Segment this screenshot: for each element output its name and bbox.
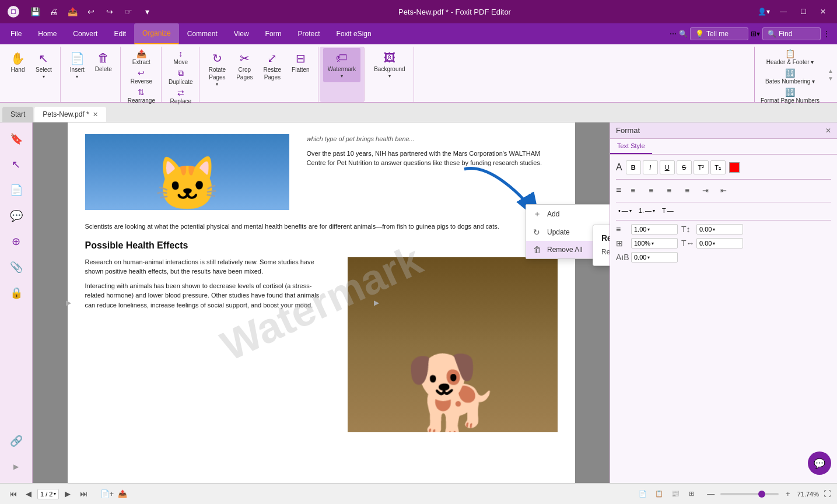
close-tab-icon[interactable]: ✕ [93,111,98,118]
prev-page-button[interactable]: ◀ [22,487,36,501]
indent-left-button[interactable]: ⇤ [715,183,731,197]
more-options-icon[interactable]: ⋮ [823,30,830,38]
tab-start[interactable]: Start [2,107,33,122]
maximize-button[interactable]: ☐ [794,4,813,20]
export-icon[interactable]: 📤 [64,4,80,20]
next-page-button[interactable]: ▶ [61,487,75,501]
background-button[interactable]: 🖼 Background ▾ [369,48,409,82]
sidebar-comment-icon[interactable]: 💬 [5,204,28,228]
scale-select[interactable]: 100% ▾ [631,238,678,249]
menu-home[interactable]: Home [30,23,65,44]
menu-edit[interactable]: Edit [106,23,134,44]
replace-button[interactable]: ⇄ Replace [166,87,195,106]
menu-comment[interactable]: Comment [179,23,226,44]
zoom-out-button[interactable]: — [704,487,718,501]
zoom-slider-track[interactable] [720,493,779,495]
sidebar-attach-icon[interactable]: 📎 [5,256,28,279]
ribbon-scroll[interactable]: ▲ ▼ [827,47,835,102]
tab-text-style[interactable]: Text Style [610,139,652,154]
sidebar-bookmark-icon[interactable]: 🔖 [5,127,28,150]
save-icon[interactable]: 💾 [27,4,43,20]
page-selector[interactable]: 1 / 2 ▾ [37,489,59,499]
search-icon[interactable]: 🔍 [679,30,688,38]
format-page-numbers-button[interactable]: 🔢 Format Page Numbers [758,86,822,105]
first-page-button[interactable]: ⏮ [6,487,20,501]
strikethrough-button[interactable]: S [677,160,692,174]
ai-chat-button[interactable]: 💬 [808,452,831,475]
two-page-view[interactable]: 📰 [668,487,683,501]
underline-button[interactable]: U [660,160,675,174]
move-button[interactable]: ↕ Move [166,48,195,66]
ribbon-scroll-down-icon[interactable]: ▼ [828,75,834,82]
dropdown-add[interactable]: ＋ Add [526,205,610,223]
baseline-select[interactable]: 0.00 ▾ [631,252,678,262]
numbered-list-button[interactable]: 1. — ▾ [636,206,657,215]
view-options-icon[interactable]: ⊞▾ [751,30,760,38]
italic-button[interactable]: I [643,160,658,174]
crop-pages-button[interactable]: ✂ Crop Pages [232,48,257,84]
resize-pages-button[interactable]: ⤢ Resize Pages [259,48,286,84]
align-right-button[interactable]: ≡ [661,183,677,197]
bates-numbering-button[interactable]: 🔢 Bates Numbering ▾ [758,67,822,86]
sidebar-lock-icon[interactable]: 🔒 [5,281,28,304]
redo-icon[interactable]: ↪ [101,4,118,20]
rearrange-button[interactable]: ⇅ Rearrange [125,86,157,105]
bold-button[interactable]: B [626,160,641,174]
print-icon[interactable]: 🖨 [45,4,62,20]
extract-button[interactable]: 📤 Extract [125,48,157,66]
menu-convert[interactable]: Convert [65,23,106,44]
undo-icon[interactable]: ↩ [83,4,99,20]
touch-icon[interactable]: ☞ [120,4,136,20]
menu-file[interactable]: File [2,23,30,44]
indent-right-button[interactable]: ⇥ [697,183,713,197]
header-footer-button[interactable]: 📋 Header & Footer ▾ [758,48,822,66]
thumbnail-view[interactable]: ⊞ [684,487,699,501]
scroll-left-arrow[interactable]: ▶ [66,299,71,307]
char-space-select[interactable]: 0.00 ▾ [696,238,743,249]
zoom-in-button[interactable]: + [781,487,795,501]
sidebar-link-icon[interactable]: 🔗 [5,429,28,453]
offset-select[interactable]: 0.00 ▾ [696,224,743,235]
menu-protect[interactable]: Protect [290,23,328,44]
find-box[interactable]: 🔍 Find [762,27,821,40]
tab-pets-new[interactable]: Pets-New.pdf * ✕ [34,107,106,122]
menu-form[interactable]: Form [257,23,290,44]
menu-foxit-esign[interactable]: Foxit eSign [328,23,380,44]
text-list-button[interactable]: T — [660,206,676,215]
fullscreen-button[interactable]: ⛶ [824,489,831,498]
scroll-right-arrow[interactable]: ▶ [374,299,379,307]
user-icon[interactable]: 👤▾ [754,4,773,20]
extract-pages-button[interactable]: 📤 [115,487,129,501]
single-page-view[interactable]: 📄 [635,487,650,501]
insert-button[interactable]: 📄 Insert ▾ [65,48,89,83]
last-page-button[interactable]: ⏭ [76,487,90,501]
sidebar-page-icon[interactable]: 📄 [5,178,28,202]
flatten-button[interactable]: ⊟ Flatten [287,48,314,76]
reverse-button[interactable]: ↩ Reverse [125,67,157,86]
select-button[interactable]: ↖ Select ▾ [31,48,57,83]
align-justify-button[interactable]: ≡ [679,183,695,197]
rotate-pages-button[interactable]: ↻ Rotate Pages ▾ [204,48,230,90]
more-menu-icon[interactable]: ⋯ [670,30,677,38]
watermark-button[interactable]: 🏷 Watermark ▾ [323,48,361,82]
menu-organize[interactable]: Organize [134,23,179,44]
duplicate-button[interactable]: ⧉ Duplicate [166,67,195,86]
bullet-list-button[interactable]: • — ▾ [616,206,634,215]
sidebar-cursor-icon[interactable]: ↖ [5,153,28,176]
hand-button[interactable]: ✋ Hand [6,48,30,76]
ribbon-scroll-icon[interactable]: ▲ [828,68,834,74]
sidebar-layers-icon[interactable]: ⊕ [5,230,28,253]
cloud-icon[interactable]: ▾ [139,4,155,20]
delete-button[interactable]: 🗑 Delete [90,48,117,76]
sidebar-collapse-icon[interactable]: ▶ [10,455,22,478]
align-left-button[interactable]: ≡ [625,183,641,197]
close-button[interactable]: ✕ [814,4,832,20]
text-color-swatch[interactable] [729,162,740,173]
align-center-button[interactable]: ≡ [643,183,659,197]
zoom-slider-thumb[interactable] [758,491,765,498]
close-panel-button[interactable]: ✕ [825,127,831,135]
add-page-button[interactable]: 📄+ [100,487,114,501]
tell-me-box[interactable]: 💡 Tell me [690,27,748,40]
minimize-button[interactable]: — [774,4,793,20]
subscript-button[interactable]: T₂ [710,160,726,174]
